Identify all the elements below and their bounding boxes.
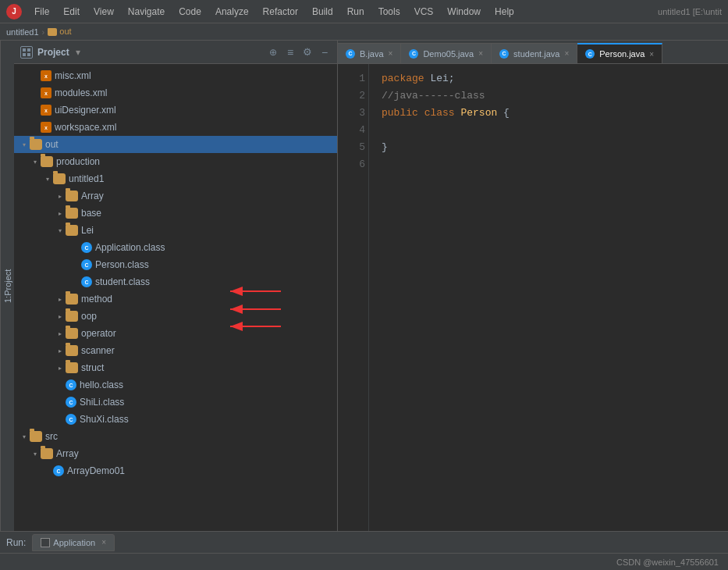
tree-item-array[interactable]: Array: [14, 187, 337, 205]
expand-arrow-icon[interactable]: [42, 173, 53, 184]
tree-item-src[interactable]: src: [14, 428, 337, 445]
tree-item-untitled1[interactable]: untitled1: [14, 170, 337, 187]
xml-file-icon: x: [41, 105, 51, 116]
tree-item-application-class[interactable]: C Application.class: [14, 239, 337, 256]
tree-item-label: out: [45, 139, 59, 150]
class-file-icon: C: [81, 259, 92, 270]
tree-item-person-class[interactable]: C Person.class: [14, 256, 337, 273]
main-layout: 1:Project Project ▾ ⊕ ≡ ⚙ − x misc.xml: [0, 41, 728, 531]
tab-close-icon[interactable]: ×: [389, 49, 393, 58]
tree-item-label: Application.class: [95, 242, 165, 253]
code-text: Lei;: [430, 73, 454, 84]
svg-rect-1: [27, 48, 30, 52]
tree-item-modules-xml[interactable]: x modules.xml: [14, 84, 337, 102]
menu-analyze[interactable]: Analyze: [209, 5, 255, 19]
tree-item-misc-xml[interactable]: x misc.xml: [14, 67, 337, 84]
tree-item-src-array[interactable]: Array: [14, 445, 337, 462]
run-tab-application[interactable]: Application ×: [32, 534, 115, 551]
tree-item-operator[interactable]: operator: [14, 325, 337, 342]
tree-item-workspace-xml[interactable]: x workspace.xml: [14, 119, 337, 136]
tab-close-icon[interactable]: ×: [478, 49, 483, 58]
class-file-icon: C: [53, 465, 64, 476]
tree-item-oop[interactable]: oop: [14, 308, 337, 325]
tree-item-uidesigner-xml[interactable]: x uiDesigner.xml: [14, 102, 337, 119]
folder-icon: [66, 294, 78, 305]
tab-person-java[interactable]: C Person.java ×: [577, 43, 662, 63]
tree-item-out[interactable]: out: [14, 136, 337, 153]
java-file-icon: C: [585, 49, 595, 59]
collapse-icon[interactable]: ≡: [284, 46, 297, 59]
folder-icon: [41, 448, 53, 459]
expand-arrow-icon[interactable]: [19, 431, 30, 442]
tree-item-hello-class[interactable]: C hello.class: [14, 376, 337, 394]
tree-item-method[interactable]: method: [14, 290, 337, 308]
menu-view[interactable]: View: [87, 5, 120, 19]
menu-navigate[interactable]: Navigate: [122, 5, 171, 19]
tab-close-icon[interactable]: ×: [564, 49, 569, 58]
expand-arrow-icon[interactable]: [55, 362, 66, 373]
expand-arrow-icon[interactable]: [55, 345, 66, 356]
tab-close-icon[interactable]: ×: [649, 50, 654, 59]
breadcrumb-folder[interactable]: out: [48, 27, 71, 36]
expand-arrow-icon[interactable]: [55, 208, 66, 219]
run-tab-close-icon[interactable]: ×: [101, 538, 106, 547]
tree-item-shuxi-class[interactable]: C ShuXi.class: [14, 411, 337, 428]
tree-item-production[interactable]: production: [14, 153, 337, 170]
tree-item-label: base: [81, 208, 101, 219]
tab-demo05-java[interactable]: C Demo05.java ×: [401, 43, 492, 63]
breadcrumb-project[interactable]: untitled1: [6, 27, 39, 37]
class-file-icon: C: [66, 379, 76, 390]
menu-tools[interactable]: Tools: [372, 5, 407, 19]
code-editor[interactable]: 1 2 3 4 5 6 package Lei; //java------cla…: [338, 64, 728, 531]
tab-label: Person.java: [599, 49, 645, 59]
panel-icon: [20, 46, 33, 59]
keyword-public: public: [382, 107, 418, 119]
class-file-icon: C: [66, 414, 76, 425]
code-content[interactable]: package Lei; //java------class public cl…: [369, 64, 728, 531]
tree-item-struct[interactable]: struct: [14, 359, 337, 376]
tab-student-java[interactable]: C student.java ×: [492, 43, 577, 63]
folder-icon: [30, 139, 42, 150]
menu-run[interactable]: Run: [341, 5, 371, 19]
menu-window[interactable]: Window: [441, 5, 487, 19]
run-icon: [41, 538, 50, 547]
expand-arrow-icon[interactable]: [19, 139, 30, 150]
menu-build[interactable]: Build: [306, 5, 339, 19]
settings-icon[interactable]: ⚙: [301, 46, 314, 59]
editor-area: C B.java × C Demo05.java × C student.jav…: [338, 41, 728, 531]
java-file-icon: C: [346, 49, 355, 59]
tab-label: Demo05.java: [423, 49, 474, 59]
expand-arrow-icon[interactable]: [55, 191, 66, 201]
menu-code[interactable]: Code: [172, 5, 208, 19]
tree-item-base[interactable]: base: [14, 205, 337, 222]
tree-item-label: operator: [81, 328, 116, 339]
menu-edit[interactable]: Edit: [57, 5, 86, 19]
code-line-6: [382, 156, 716, 173]
locate-icon[interactable]: ⊕: [267, 46, 279, 59]
tree-item-label: Lei: [81, 225, 94, 236]
tab-b-java[interactable]: C B.java ×: [338, 43, 401, 63]
run-tab-label: Application: [53, 538, 95, 547]
tree-item-scanner[interactable]: scanner: [14, 342, 337, 359]
tree-item-lei[interactable]: Lei: [14, 222, 337, 239]
expand-arrow-icon[interactable]: [55, 328, 66, 339]
minimize-icon[interactable]: −: [318, 46, 331, 59]
menu-refactor[interactable]: Refactor: [257, 5, 304, 19]
menu-vcs[interactable]: VCS: [408, 5, 440, 19]
dropdown-icon[interactable]: ▾: [76, 47, 80, 58]
expand-arrow-icon[interactable]: [55, 311, 66, 322]
project-tree[interactable]: x misc.xml x modules.xml x uiDesigner.xm…: [14, 64, 337, 531]
menu-help[interactable]: Help: [488, 5, 520, 19]
expand-arrow-icon[interactable]: [30, 448, 41, 459]
side-label-project[interactable]: 1:Project: [0, 41, 14, 531]
expand-arrow-icon[interactable]: [55, 294, 66, 305]
folder-icon: [66, 225, 78, 236]
tree-item-arraydemo01[interactable]: C ArrayDemo01: [14, 462, 337, 479]
tree-item-shili-class[interactable]: C ShiLi.class: [14, 394, 337, 411]
class-file-icon: C: [66, 397, 76, 408]
menu-file[interactable]: File: [28, 5, 55, 19]
expand-arrow-icon[interactable]: [55, 225, 66, 236]
tree-item-student-class[interactable]: C student.class: [14, 273, 337, 290]
folder-icon: [66, 362, 78, 373]
expand-arrow-icon[interactable]: [30, 156, 41, 167]
